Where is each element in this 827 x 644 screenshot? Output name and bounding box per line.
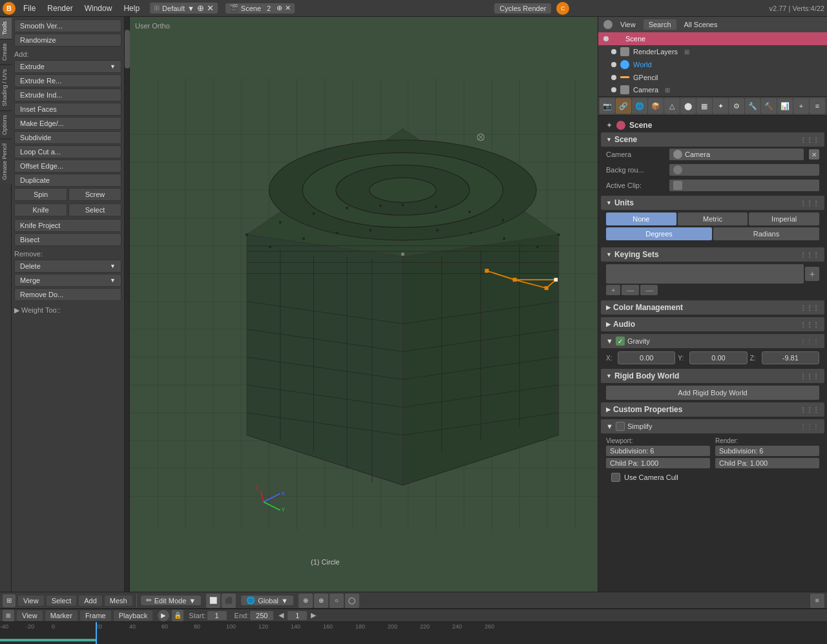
blender-logo[interactable]: B [3,2,16,15]
prop-icon-world[interactable]: 🌐 [632,98,647,114]
prop-icon-constraints[interactable]: 🔧 [745,98,760,114]
menu-help[interactable]: Help [118,3,145,14]
current-frame-input[interactable]: 1 [288,611,307,620]
units-metric-btn[interactable]: Metric [678,213,748,225]
units-imperial-btn[interactable]: Imperial [749,213,819,225]
gravity-z-input[interactable]: -9.81 [762,351,819,364]
snap-icon[interactable]: ⊕ [298,594,313,608]
prop-icon-data[interactable]: 📊 [777,98,793,114]
scene-tree-tab-search[interactable]: Search [644,19,676,30]
tab-tools[interactable]: Tools [0,17,12,39]
scene-item-world[interactable]: World [598,58,827,71]
audio-header[interactable]: ▶ Audio ⋮⋮⋮ [601,317,824,331]
onion-icon[interactable]: ≡ [810,594,824,608]
gravity-x-input[interactable]: 0.00 [618,351,675,364]
scene-tree-tab-allscenes[interactable]: All Scenes [679,19,723,30]
prop-icon-material[interactable]: ⬤ [680,98,696,114]
units-degrees-btn[interactable]: Degrees [606,227,712,240]
keying-list[interactable] [606,264,804,284]
knife-btn[interactable]: Knife [14,203,67,216]
background-value[interactable] [669,164,819,176]
make-edge-btn[interactable]: Make Edge/... [14,117,121,130]
gravity-checkbox[interactable]: ✓ [616,337,625,346]
subdivision-viewport-input[interactable]: Subdivision: 6 [606,446,710,456]
child-pa-render-input[interactable]: Child Pa: 1.000 [715,458,819,468]
knife-project-btn[interactable]: Knife Project [14,219,121,232]
timeline-view-btn[interactable]: View [17,610,43,621]
camera-x-btn[interactable]: ✕ [809,149,819,160]
smooth-vertex-btn[interactable]: Smooth Ver... [14,19,121,32]
scene-item-scene[interactable]: Scene [598,32,827,45]
scene-item-gpencil[interactable]: GPencil [598,71,827,83]
proportional2-icon[interactable]: ◯ [345,594,359,608]
tab-shading-uvs[interactable]: Shading / UVs [0,65,12,110]
inset-faces-btn[interactable]: Inset Faces [14,103,121,116]
spin-btn[interactable]: Spin [14,188,67,201]
extrude-ind-btn[interactable]: Extrude Ind... [14,88,121,101]
scene-section-header[interactable]: ▼ Scene ⋮⋮⋮ [601,132,824,147]
color-management-header[interactable]: ▶ Color Management ⋮⋮⋮ [601,300,824,315]
bisect-btn[interactable]: Bisect [14,233,121,246]
prop-icon-texture[interactable]: ▦ [696,98,712,114]
active-clip-value[interactable] [669,180,819,191]
keying-plus-btn[interactable]: + [606,285,620,295]
loop-cut-btn[interactable]: Loop Cut a... [14,145,121,158]
extrude-dropdown[interactable]: Extrude ▼ [14,60,121,73]
prop-icon-modifiers[interactable]: 🔨 [761,98,777,114]
gravity-y-input[interactable]: 0.00 [689,351,747,364]
keying-add-btn[interactable]: + [805,267,819,281]
subdivision-render-input[interactable]: Subdivision: 6 [715,446,819,456]
magnet-icon[interactable]: ⊕ [314,594,328,608]
tool-panel-scrollbar[interactable] [125,17,130,592]
screw-btn[interactable]: Screw [68,188,121,201]
scene-item-camera[interactable]: Camera ⊞ [598,83,827,96]
timeline-playback-btn[interactable]: Playback [114,610,153,621]
mode-dropdown[interactable]: ✏ Edit Mode ▼ [141,596,201,605]
randomize-btn[interactable]: Randomize [14,34,121,47]
child-pa-viewport-input[interactable]: Child Pa: 1.000 [606,458,710,468]
units-section-header[interactable]: ▼ Units ⋮⋮⋮ [601,196,824,210]
custom-properties-header[interactable]: ▶ Custom Properties ⋮⋮⋮ [601,402,824,417]
mesh-btn[interactable]: Mesh [105,596,132,606]
duplicate-btn[interactable]: Duplicate [14,174,121,187]
use-camera-cull-checkbox[interactable] [611,473,620,482]
scene-tree-tab-view[interactable]: View [615,19,641,30]
camera-value[interactable]: Camera [669,149,804,160]
frame-nav-left[interactable]: ◀ [278,611,284,619]
merge-dropdown[interactable]: Merge ▼ [14,274,121,287]
prop-icon-scene[interactable]: 🔗 [616,98,631,114]
scene-selector[interactable]: 🎬 Scene 2 ⊕ ✕ [225,3,295,14]
delete-dropdown[interactable]: Delete ▼ [14,260,121,273]
timeline-icon[interactable]: ⊞ [3,610,14,621]
timeline-frame-btn[interactable]: Frame [80,610,111,621]
units-none-btn[interactable]: None [606,213,676,225]
rigid-body-header[interactable]: ▼ Rigid Body World ⋮⋮⋮ [601,369,824,383]
prop-icon-mesh[interactable]: △ [664,98,680,114]
end-input[interactable]: 250 [250,611,273,620]
keying-minus-right-btn[interactable]: — [640,285,658,295]
shading-wireframe-icon[interactable]: ⬜ [206,594,220,608]
tab-options[interactable]: Options [0,110,12,139]
remove-do-btn[interactable]: Remove Do... [14,288,121,301]
select-btn[interactable]: Select [68,203,121,216]
simplify-checkbox[interactable] [616,422,625,431]
menu-file[interactable]: File [18,3,41,14]
add-btn[interactable]: Add [79,596,102,606]
view-btn[interactable]: View [18,596,44,606]
menu-window[interactable]: Window [79,3,118,14]
viewport[interactable]: User Ortho [130,17,598,592]
prop-icon-extra1[interactable]: + [793,98,809,114]
menu-render[interactable]: Render [42,3,78,14]
extrude-re-btn[interactable]: Extrude Re... [14,74,121,87]
frame-nav-right[interactable]: ▶ [311,611,316,619]
prop-icon-particles[interactable]: ✦ [713,98,728,114]
tab-grease-pencil[interactable]: Grease Pencil [0,139,12,184]
scrollbar-thumb[interactable] [125,30,130,68]
tab-create[interactable]: Create [0,39,12,65]
start-input[interactable]: 1 [207,611,227,620]
simplify-header[interactable]: ▼ Simplify ⋮⋮⋮ [601,419,824,433]
prop-icon-render[interactable]: 📷 [600,98,615,114]
proportional-icon[interactable]: ○ [330,594,344,608]
add-rigid-body-btn[interactable]: Add Rigid Body World [606,386,819,400]
offset-edge-btn[interactable]: Offset Edge... [14,160,121,172]
